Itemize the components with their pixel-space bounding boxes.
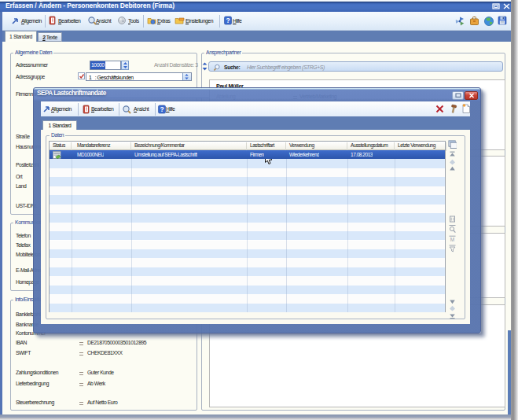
svg-text:M: M <box>450 237 454 242</box>
svg-text:?: ? <box>226 17 230 24</box>
svg-text:?: ? <box>160 105 163 113</box>
